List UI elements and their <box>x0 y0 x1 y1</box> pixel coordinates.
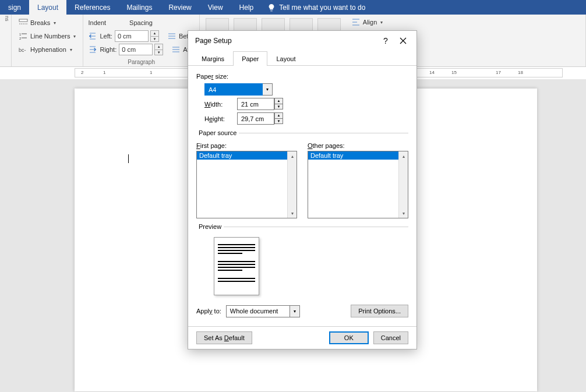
width-spinner[interactable]: ▲▼ <box>274 98 283 110</box>
other-pages-label: Other pages: <box>308 142 408 149</box>
dialog-help-button[interactable]: ? <box>377 33 394 49</box>
svg-rect-0 <box>19 19 27 22</box>
chevron-down-icon: ▾ <box>73 34 76 39</box>
apply-to-dropdown-button[interactable]: ▾ <box>290 305 300 317</box>
ribbon-group-margins-collapsed[interactable]: ns <box>0 15 12 66</box>
width-value: 21 cm <box>237 98 274 110</box>
paper-size-dropdown-button[interactable]: ▾ <box>263 83 273 96</box>
line-numbers-icon: 12 <box>19 31 28 41</box>
tab-view[interactable]: View <box>200 0 231 15</box>
hyphenation-icon: bc- <box>19 45 28 54</box>
hyphenation-label: Hyphenation <box>30 46 66 53</box>
tab-layout[interactable]: Layout <box>29 0 66 15</box>
spacing-header: Spacing <box>129 19 153 26</box>
apply-to-label: Apply to: <box>196 308 221 315</box>
scroll-up-icon[interactable]: ▴ <box>399 151 408 161</box>
tab-layout-dlg[interactable]: Layout <box>267 51 304 66</box>
first-page-listbox[interactable]: Default tray ▴ ▾ <box>196 151 297 218</box>
dialog-close-button[interactable] <box>394 33 412 49</box>
ok-button[interactable]: OK <box>329 331 369 344</box>
page-setup-dialog: Page Setup ? Margins Paper Layout Paper … <box>188 30 417 349</box>
first-page-label: First page: <box>196 142 297 149</box>
left-label: Left: <box>100 33 112 40</box>
print-options-button[interactable]: Print Options... <box>351 305 408 317</box>
tab-paper[interactable]: Paper <box>233 51 267 66</box>
breaks-label: Breaks <box>30 19 50 26</box>
tell-me-search[interactable]: Tell me what you want to do <box>262 0 371 15</box>
dialog-body: Paper size: A4 ▾ Width: 21 cm ▲▼ Height:… <box>188 66 416 326</box>
align-icon <box>351 17 361 27</box>
chevron-down-icon: ▾ <box>380 20 383 25</box>
paper-size-value: A4 <box>204 83 263 96</box>
apply-to-combo[interactable]: Whole document ▾ <box>226 305 300 317</box>
ribbon-tabs: sign Layout References Mailings Review V… <box>0 0 586 15</box>
text-cursor <box>128 154 129 163</box>
ruler-mark: 15 <box>451 70 457 75</box>
chevron-down-icon: ▾ <box>54 20 56 26</box>
dialog-footer: Set As Default OK Cancel <box>188 326 416 349</box>
tab-help[interactable]: Help <box>231 0 262 15</box>
breaks-button[interactable]: Breaks ▾ <box>16 17 58 28</box>
tell-me-text: Tell me what you want to do <box>279 3 365 12</box>
paper-source-label: Paper source <box>196 129 239 136</box>
align-button[interactable]: Align ▾ <box>349 17 385 27</box>
indent-right-icon <box>88 45 97 54</box>
indent-left-spinner[interactable]: ▲▼ <box>150 30 159 42</box>
indent-right-input[interactable]: 0 cm <box>119 44 153 55</box>
paper-size-combo[interactable]: A4 ▾ <box>204 83 273 96</box>
line-numbers-label: Line Numbers <box>30 33 70 40</box>
page-setup-caption <box>16 58 78 65</box>
lightbulb-icon <box>267 3 276 12</box>
svg-text:2: 2 <box>19 37 22 40</box>
svg-text:1: 1 <box>19 33 22 36</box>
ribbon-group-paragraph: Indent Spacing Left: 0 cm ▲▼ Befo Right:… <box>83 15 199 66</box>
cancel-button[interactable]: Cancel <box>373 331 408 344</box>
other-pages-item[interactable]: Default tray <box>308 151 408 160</box>
preview-fieldset: Preview <box>196 223 408 299</box>
width-label: Width: <box>204 101 232 108</box>
ruler-mark: 14 <box>429 70 435 75</box>
paper-source-fieldset: Paper source First page: Default tray ▴ … <box>196 129 408 218</box>
apply-to-value: Whole document <box>226 305 290 317</box>
line-numbers-button[interactable]: 12 Line Numbers ▾ <box>16 31 78 41</box>
ruler-mark: 2 <box>81 70 83 75</box>
ruler-mark: 1 <box>150 70 152 75</box>
paragraph-caption: Paragraph <box>88 58 194 65</box>
height-label: Height: <box>204 115 232 122</box>
tab-design[interactable]: sign <box>0 0 29 15</box>
tab-review[interactable]: Review <box>160 0 199 15</box>
indent-left-icon <box>88 31 97 41</box>
spacing-after-icon <box>171 45 181 54</box>
first-page-scrollbar[interactable]: ▴ ▾ <box>287 151 296 218</box>
other-pages-scrollbar[interactable]: ▴ ▾ <box>398 151 408 218</box>
tab-mailings[interactable]: Mailings <box>118 0 160 15</box>
indent-left-input[interactable]: 0 cm <box>115 30 149 42</box>
height-spinner[interactable]: ▲▼ <box>274 112 283 125</box>
ruler-mark: 17 <box>496 70 501 75</box>
ruler-mark: 1 <box>103 70 105 75</box>
tab-margins[interactable]: Margins <box>193 51 233 66</box>
set-as-default-button[interactable]: Set As Default <box>196 331 252 344</box>
scroll-up-icon[interactable]: ▴ <box>288 151 296 161</box>
height-input[interactable]: 29,7 cm ▲▼ <box>237 112 283 125</box>
preview-page-icon <box>214 237 259 295</box>
indent-header: Indent <box>88 19 106 26</box>
close-icon <box>400 37 407 44</box>
hyphenation-button[interactable]: bc- Hyphenation ▾ <box>16 44 75 55</box>
other-pages-listbox[interactable]: Default tray ▴ ▾ <box>308 151 408 218</box>
dialog-title: Page Setup <box>195 37 232 45</box>
scroll-down-icon[interactable]: ▾ <box>399 209 408 218</box>
svg-text:bc-: bc- <box>19 47 26 53</box>
breaks-icon <box>19 18 28 27</box>
dialog-titlebar[interactable]: Page Setup ? <box>188 31 416 51</box>
first-page-item[interactable]: Default tray <box>197 151 296 160</box>
dialog-tabs: Margins Paper Layout <box>188 51 416 66</box>
indent-right-spinner[interactable]: ▲▼ <box>154 44 163 55</box>
right-label: Right: <box>100 46 117 53</box>
preview-label: Preview <box>196 223 224 230</box>
height-value: 29,7 cm <box>237 112 274 125</box>
scroll-down-icon[interactable]: ▾ <box>288 209 296 218</box>
spacing-before-icon <box>167 31 176 41</box>
tab-references[interactable]: References <box>66 0 118 15</box>
width-input[interactable]: 21 cm ▲▼ <box>237 98 283 110</box>
